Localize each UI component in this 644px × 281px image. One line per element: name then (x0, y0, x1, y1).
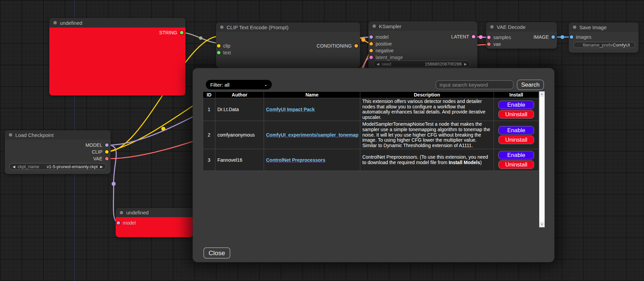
node-title: KSampler (379, 23, 401, 29)
extension-table-container: IDAuthorNameDescriptionInstall 1Dr.Lt.Da… (203, 91, 545, 227)
scroll-down-icon[interactable]: ▼ (539, 222, 545, 227)
node-clip-text-encode[interactable]: CLIP Text Encode (Prompt) clip text COND… (216, 22, 360, 68)
extension-description: ModelSamplerTonemapNoiseTest a node that… (360, 121, 494, 149)
input-slot-samples[interactable]: samples (487, 35, 511, 40)
input-slot-latent-image[interactable]: latent_image (369, 55, 403, 60)
uninstall-button[interactable]: Uninstall (498, 136, 534, 144)
output-slot-conditioning[interactable]: CONDITIONING (317, 43, 358, 48)
enable-button[interactable]: Enable (498, 151, 534, 159)
collapse-dot-icon[interactable] (9, 133, 12, 137)
node-title-bar[interactable]: Save Image (569, 22, 639, 32)
collapse-dot-icon[interactable] (490, 25, 494, 29)
node-ksampler[interactable]: KSampler model positive negative latent_… (368, 21, 477, 70)
extension-author: comfyanonymous (215, 121, 264, 149)
node-title: Save Image (579, 24, 607, 30)
input-slot-positive[interactable]: positive (369, 41, 392, 46)
latent-image-input-dot-icon[interactable] (369, 56, 373, 59)
uninstall-button[interactable]: Uninstall (498, 160, 534, 169)
output-slot-vae[interactable]: VAE (93, 156, 109, 161)
column-header: ID (203, 92, 215, 98)
node-title-bar[interactable]: CLIP Text Encode (Prompt) (216, 22, 360, 32)
clip-output-dot-icon[interactable] (105, 150, 109, 154)
node-title-bar[interactable]: VAE Decode (486, 22, 557, 32)
node-body-error: model (116, 217, 193, 237)
vae-input-dot-icon[interactable] (487, 42, 491, 46)
scrollbar-thumb[interactable] (540, 97, 544, 222)
vae-output-dot-icon[interactable] (105, 157, 109, 160)
increment-arrow-icon[interactable]: ▶ (464, 62, 467, 66)
positive-input-dot-icon[interactable] (369, 42, 373, 46)
search-input[interactable] (435, 80, 514, 89)
model-input-dot-icon[interactable] (117, 221, 120, 225)
extension-name-link[interactable]: ComfyUI Impact Pack (266, 107, 315, 112)
increment-arrow-icon[interactable]: ▶ (100, 165, 103, 169)
node-undefined-top[interactable]: undefined STRING (49, 18, 185, 95)
string-output-dot-icon[interactable] (180, 31, 183, 34)
filename-prefix-widget[interactable]: filename_prefix ComfyUI (573, 42, 635, 48)
node-title-bar[interactable]: undefined (116, 208, 193, 217)
input-slot-clip[interactable]: clip (217, 43, 230, 48)
close-button[interactable]: Close (203, 247, 230, 259)
input-slot-negative[interactable]: negative (369, 48, 394, 53)
collapse-dot-icon[interactable] (53, 21, 57, 24)
enable-button[interactable]: Enable (498, 101, 534, 109)
scroll-up-icon[interactable]: ▲ (539, 91, 545, 97)
graph-canvas[interactable]: undefined STRING CLIP Text Encode (Promp… (0, 0, 644, 281)
node-body-error: STRING (49, 28, 185, 95)
output-slot-string[interactable]: STRING (159, 30, 183, 35)
collapse-dot-icon[interactable] (573, 25, 576, 29)
conditioning-output-dot-icon[interactable] (354, 44, 358, 48)
image-output-dot-icon[interactable] (551, 35, 555, 39)
input-slot-model[interactable]: model (117, 221, 136, 225)
enable-button[interactable]: Enable (498, 126, 534, 135)
seed-widget[interactable]: ◀ seed 156680208700286 ▶ (373, 60, 470, 67)
node-undefined-bottom[interactable]: undefined model (116, 208, 193, 237)
node-title-bar[interactable]: Load Checkpoint (5, 130, 111, 140)
input-slot-model[interactable]: model (369, 35, 389, 39)
extension-name-link[interactable]: ControlNet Preprocessors (266, 157, 325, 163)
negative-input-dot-icon[interactable] (369, 49, 373, 52)
extension-name-cell: ControlNet Preprocessors (264, 149, 360, 171)
extension-id: 2 (203, 121, 215, 149)
output-slot-model[interactable]: MODEL (85, 143, 109, 147)
collapse-dot-icon[interactable] (220, 25, 224, 29)
uninstall-button[interactable]: Uninstall (498, 110, 534, 119)
input-slot-images[interactable]: images (570, 35, 591, 39)
node-vae-decode[interactable]: VAE Decode samples vae IMAGE (486, 22, 557, 49)
node-title-bar[interactable]: undefined (49, 18, 185, 28)
column-header: Name (264, 92, 360, 98)
text-input-dot-icon[interactable] (217, 51, 220, 54)
install-cell: EnableUninstall (494, 149, 539, 171)
node-body: clip text CONDITIONING (216, 32, 360, 68)
node-load-checkpoint[interactable]: Load Checkpoint MODEL CLIP VAE ◀ ckpt_na… (5, 130, 111, 174)
search-button[interactable]: Search (517, 80, 544, 90)
model-input-dot-icon[interactable] (369, 35, 373, 39)
table-scrollbar[interactable]: ▲ ▼ (539, 91, 545, 227)
decrement-arrow-icon[interactable]: ◀ (13, 165, 15, 169)
decrement-arrow-icon[interactable]: ◀ (377, 62, 379, 66)
extension-author: Fannovel16 (215, 149, 264, 171)
extension-name-cell: ComfyUI Impact Pack (264, 98, 360, 121)
latent-output-dot-icon[interactable] (472, 35, 475, 38)
clip-input-dot-icon[interactable] (217, 44, 220, 48)
ckpt-name-widget[interactable]: ◀ ckpt_name v1-5-pruned-emaonly.ckpt ▶ (9, 163, 106, 170)
collapse-dot-icon[interactable] (373, 24, 376, 28)
extension-id: 3 (203, 149, 215, 171)
input-slot-text[interactable]: text (217, 50, 231, 55)
samples-input-dot-icon[interactable] (487, 36, 491, 39)
input-slot-vae[interactable]: vae (487, 42, 501, 47)
filter-select[interactable]: Filter: all ⌄ (206, 80, 272, 89)
collapse-dot-icon[interactable] (120, 211, 123, 214)
model-output-dot-icon[interactable] (105, 143, 109, 147)
node-title: undefined (60, 20, 82, 26)
extension-name-link[interactable]: ComfyUI_experiments/sampler_tonemap (266, 132, 359, 138)
output-slot-latent[interactable]: LATENT (451, 34, 475, 39)
images-input-dot-icon[interactable] (570, 35, 573, 39)
output-slot-image[interactable]: IMAGE (533, 35, 555, 39)
output-slot-clip[interactable]: CLIP (92, 150, 109, 154)
extension-table: IDAuthorNameDescriptionInstall 1Dr.Lt.Da… (203, 91, 539, 171)
node-save-image[interactable]: Save Image images filename_prefix ComfyU… (569, 22, 639, 53)
column-header: Author (215, 92, 264, 98)
node-title-bar[interactable]: KSampler (368, 21, 477, 31)
extension-row: 1Dr.Lt.DataComfyUI Impact PackThis exten… (203, 98, 539, 121)
